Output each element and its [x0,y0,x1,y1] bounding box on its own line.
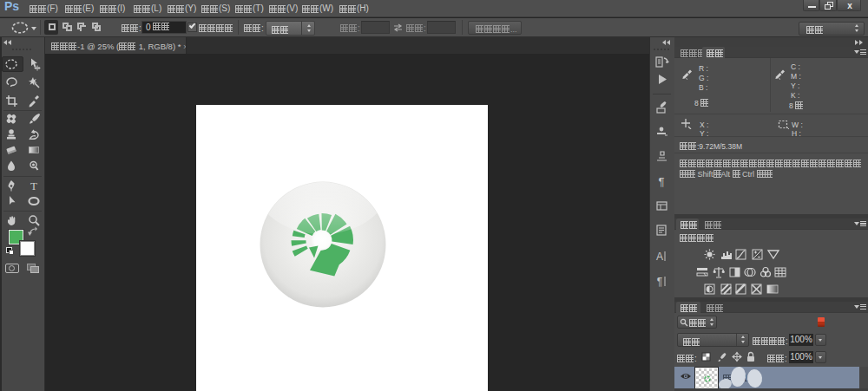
svg-text:T: T [30,179,37,192]
svg-text:¶: ¶ [659,175,665,188]
svg-text:¶: ¶ [657,276,662,288]
svg-text:A: A [656,251,663,263]
